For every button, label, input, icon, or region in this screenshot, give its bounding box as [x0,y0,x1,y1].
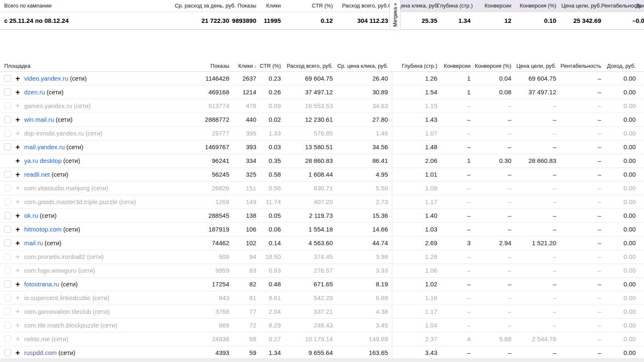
cell-goal-cost: 1 521.20 [511,236,556,250]
placement-link[interactable]: ok.ru [24,212,38,219]
cell-profitability: – [556,236,601,250]
placement-link[interactable]: dsp-inmobi.yandex.ru [24,130,84,137]
row-checkbox[interactable] [4,130,11,137]
placement-network-label: (сети) [56,116,73,123]
expand-plus-icon[interactable]: + [15,157,21,165]
cell-revenue: 0.00 [601,181,636,195]
column-header-conversions[interactable]: Конверсии [437,60,471,71]
column-header-depth[interactable]: Глубина (стр.) [392,60,437,71]
placement-link[interactable]: games.yandex.ru [24,102,72,109]
expand-plus-icon[interactable]: + [15,102,21,110]
placement-link[interactable]: hitmotop.com [24,226,62,233]
row-checkbox[interactable] [4,349,11,356]
row-checkbox[interactable] [4,143,11,150]
placement-link[interactable]: nekto.me [24,335,50,342]
row-checkbox[interactable] [4,116,11,123]
placement-link[interactable]: video.yandex.ru [24,75,68,82]
column-header-shows[interactable]: Показы [175,60,229,71]
placement-link[interactable]: win.mail.ru [24,116,54,123]
column-header-total-cost[interactable]: Расход всего, руб. [281,60,333,71]
placement-link[interactable]: ya.ru desktop [24,157,62,164]
expand-plus-icon[interactable]: + [15,75,21,82]
cell-cost: 28 860.83 [281,154,333,167]
row-checkbox[interactable] [4,294,11,301]
expand-plus-icon[interactable]: + [15,89,21,96]
expand-plus-icon[interactable]: + [15,267,21,274]
placement-row: + io.supercent.linkedcubic (сети) 843819… [0,291,644,305]
horizontal-scrollbar[interactable] [0,358,644,362]
column-header-conversion-rate[interactable]: Конверсия (%) [471,60,511,71]
row-checkbox[interactable] [4,226,11,233]
placement-link[interactable]: mail.ru [24,239,43,246]
row-checkbox[interactable] [4,102,11,109]
row-checkbox[interactable] [4,185,11,192]
placement-link[interactable]: dzen.ru [24,89,45,96]
expand-plus-icon[interactable]: + [15,335,21,343]
cell-clicks: 81 [229,291,256,305]
cell-shows: 843 [175,291,229,305]
cell-clicks: 68 [229,332,256,346]
row-checkbox[interactable] [4,239,11,246]
expand-plus-icon[interactable]: + [15,143,21,151]
column-header-ctr[interactable]: CTR (%) [256,60,281,71]
row-pad [636,332,644,346]
row-checkbox[interactable] [4,281,11,288]
column-header-goal-cost[interactable]: Цена цели, руб. [511,60,556,71]
column-header-clicks[interactable]: Клики↓ [229,60,256,71]
row-checkbox[interactable] [4,89,11,96]
row-checkbox[interactable] [4,335,11,342]
row-checkbox[interactable] [4,308,11,315]
total-shows: 9893890 [229,12,256,30]
column-header-cpc[interactable]: Ср. цена клика, руб. [333,60,392,71]
cell-ctr: 0.09 [256,99,281,113]
column-header-revenue[interactable]: Доход, руб. [601,60,636,71]
row-checkbox[interactable] [4,267,11,274]
expand-plus-icon[interactable]: + [15,239,21,247]
expand-plus-icon[interactable]: + [15,349,21,357]
column-header-profitability[interactable]: Рентабельность [556,60,601,71]
cell-conversion-rate: – [471,305,511,318]
row-checkbox[interactable] [4,171,11,178]
expand-plus-icon[interactable]: + [15,308,21,315]
column-header-profitability: Рентабельность [601,0,636,12]
placement-link[interactable]: com.gamovation.tileclub [24,308,91,315]
row-checkbox[interactable] [4,212,11,219]
expand-plus-icon[interactable]: + [15,226,21,233]
expand-plus-icon[interactable]: + [15,198,21,206]
placement-link[interactable]: readli.net [24,171,50,178]
placement-link[interactable]: io.supercent.linkedcubic [24,294,91,301]
expand-plus-icon[interactable]: + [15,253,21,261]
expand-plus-icon[interactable]: + [15,294,21,302]
placement-link[interactable]: com.vitastudio.mahjong [24,185,90,192]
column-header-depth: Глубина (стр.) [437,0,471,12]
expand-plus-icon[interactable]: + [15,281,21,288]
expand-plus-icon[interactable]: + [15,116,21,123]
cell-shows: 869 [175,318,229,332]
row-checkbox[interactable] [4,75,11,82]
placement-link[interactable]: com.pronetis.ironball2 [24,253,85,260]
cell-ctr: 0.02 [256,113,281,126]
cell-revenue: 0.00 [601,99,636,113]
expand-plus-icon[interactable]: + [15,212,21,219]
placement-link[interactable]: fotostrana.ru [24,281,59,288]
expand-plus-icon[interactable]: + [15,130,21,137]
cell-cost: 1 554.18 [281,222,333,236]
placement-link[interactable]: mail.yandex.ru [24,143,65,150]
placement-link[interactable]: com.fugo.wowguru [24,267,77,274]
row-checkbox[interactable] [4,322,11,329]
expand-plus-icon[interactable]: + [15,171,21,178]
row-checkbox[interactable] [4,198,11,205]
cell-clicks: 1214 [229,85,256,99]
placement-link[interactable]: com.tile.match.blockpuzzle [24,322,99,329]
expand-plus-icon[interactable]: + [15,322,21,329]
cell-revenue: 0.00 [601,209,636,222]
placement-link[interactable]: ruspdd.com [24,349,57,356]
metrika-tab[interactable]: Метрика » [389,0,401,30]
column-header-placement[interactable]: Площадка [0,60,175,71]
cell-cpc: 14.66 [333,222,392,236]
row-checkbox[interactable] [4,253,11,260]
expand-plus-icon[interactable]: + [15,185,21,192]
cell-conversions: – [437,99,471,113]
placement-link[interactable]: com.goods.master3d.triple.puzzle [24,198,117,205]
cell-cpc: 3.98 [333,250,392,263]
